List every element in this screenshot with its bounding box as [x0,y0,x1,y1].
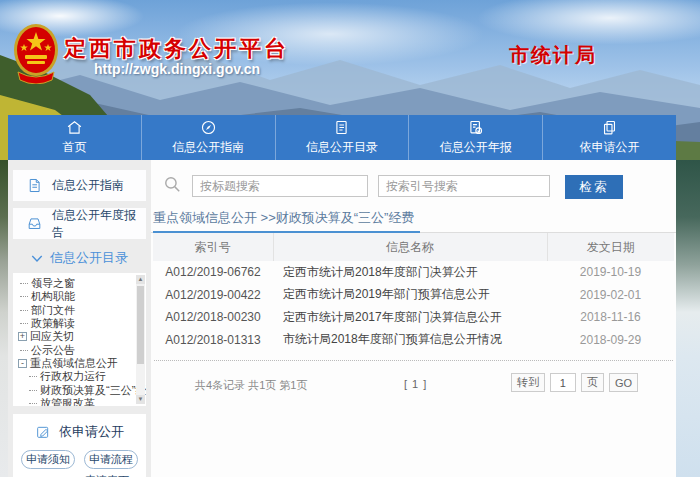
apply-process-button[interactable]: 申请流程 [84,450,138,469]
title-search-input[interactable] [192,175,368,197]
tree-item[interactable]: 领导之窗 [18,277,132,290]
tree-item[interactable]: 财政预决算及“三公”经 [18,383,132,396]
tree-connector [20,350,28,351]
go-button[interactable]: GO [609,373,638,392]
tree-connector [20,283,28,284]
home-icon [66,119,83,136]
nav-item-label: 信息公开年报 [440,139,512,156]
tree-scrollbar[interactable]: ▲ ▼ [136,275,145,404]
index-search-input[interactable] [378,175,550,197]
cell-index-no: A012/2018-01313 [153,329,273,352]
left-background-strip [0,160,8,477]
pencil-icon [35,424,51,440]
application-panel-header: 依申请公开 [13,423,146,441]
main-nav: 首页 信息公开指南 信息公开目录 信息公开年报 依申请公开 [8,115,676,160]
nav-item-application[interactable]: 依申请公开 [542,115,676,160]
nav-item-guide[interactable]: 信息公开指南 [141,115,275,160]
scroll-up-icon[interactable]: ▲ [136,275,145,284]
sidebar-item-annual-report[interactable]: 信息公开年度报告 [13,208,146,239]
sidebar-directory-label: 信息公开目录 [50,249,128,267]
tree-connector [20,323,28,324]
header-info-name: 信息名称 [273,233,547,261]
table-header-row: 索引号 信息名称 发文日期 [153,233,674,261]
main-content: 检索 重点领域信息公开 >>财政预决算及“三公”经费 索引号 信息名称 发文日期… [151,160,676,477]
tree-item[interactable]: 行政权力运行 [18,370,132,383]
tree-item-label: 放管服改革 [40,396,95,406]
tree-connector [29,376,37,377]
table-row: A012/2019-00422定西市统计局2019年部门预算信息公开2019-0… [153,284,674,307]
application-panel-title: 依申请公开 [59,423,124,441]
pagination: 共4条记录 共1页 第1页 [ 1 ] 转到 页 GO [151,373,676,395]
pagination-summary: 共4条记录 共1页 第1页 [195,378,307,393]
cell-index-no: A012/2019-06762 [153,261,273,284]
tree-item[interactable]: 机构职能 [18,290,132,303]
header-index-no: 索引号 [153,233,273,261]
chevron-down-icon [31,254,43,263]
tree-connector [29,403,37,404]
directory-tree: ▲ ▼ 领导之窗机构职能部门文件政策解读+回应关切公示公告-重点领域信息公开行政… [13,273,146,406]
document-icon [26,177,43,194]
copy-pages-icon [601,119,618,136]
table-row: A012/2018-00230定西市统计局2017年度部门决算信息公开2018-… [153,306,674,329]
records-table: 索引号 信息名称 发文日期 A012/2019-06762定西市统计局2018年… [153,233,674,351]
document-list-icon [333,119,350,136]
sidebar-directory-header[interactable]: 信息公开目录 [8,246,151,270]
sidebar-item-label: 信息公开年度报告 [52,207,146,241]
nav-item-annual-report[interactable]: 信息公开年报 [408,115,542,160]
nav-item-home[interactable]: 首页 [8,115,141,160]
record-link[interactable]: 市统计局2018年度部门预算信息公开情况 [273,329,547,352]
page-unit-label: 页 [581,373,604,392]
inbox-icon [26,215,43,232]
record-link[interactable]: 定西市统计局2019年部门预算信息公开 [273,284,547,307]
cell-index-no: A012/2019-00422 [153,284,273,307]
cell-date: 2019-10-19 [547,261,674,284]
scroll-down-icon[interactable]: ▼ [136,395,145,404]
records-table-body: A012/2019-06762定西市统计局2018年度部门决算公开2019-10… [153,261,674,351]
tree-connector [20,296,28,297]
tree-item[interactable]: -重点领域信息公开 [18,357,132,370]
collapse-icon[interactable]: - [18,359,27,368]
breadcrumb-bar: 重点领域信息公开 >>财政预决算及“三公”经费 [151,208,676,233]
department-name: 市统计局 [509,42,597,69]
scrollbar-thumb[interactable] [137,286,144,364]
application-buttons: 申请须知 申请流程 在线申请 申请表下载 [13,441,146,477]
national-emblem-logo [12,22,60,84]
compass-icon [200,119,217,136]
page-number-input[interactable] [550,373,576,392]
apply-notice-button[interactable]: 申请须知 [21,450,75,469]
nav-item-directory[interactable]: 信息公开目录 [275,115,409,160]
goto-label: 转到 [511,373,545,392]
tree-item[interactable]: 部门文件 [18,304,132,317]
tree-connector [29,390,37,391]
report-check-icon [467,119,484,136]
pagination-controls: 转到 页 GO [511,373,638,392]
nav-item-label: 依申请公开 [580,139,640,156]
tree-item[interactable]: 放管服改革 [18,397,132,406]
application-panel: 依申请公开 申请须知 申请流程 在线申请 申请表下载 [13,414,146,477]
table-row: A012/2018-01313市统计局2018年度部门预算信息公开情况2018-… [153,329,674,352]
site-url: http://zwgk.dingxi.gov.cn [94,61,260,77]
cell-date: 2018-11-16 [547,306,674,329]
sidebar: 信息公开指南 信息公开年度报告 信息公开目录 ▲ ▼ 领导之窗机构职能部门文件政… [8,160,151,477]
cell-index-no: A012/2018-00230 [153,306,273,329]
tree-item[interactable]: +回应关切 [18,330,132,343]
tree-connector [20,310,28,311]
cell-date: 2018-09-29 [547,329,674,352]
record-link[interactable]: 定西市统计局2017年度部门决算信息公开 [273,306,547,329]
breadcrumb[interactable]: 重点领域信息公开 >>财政预决算及“三公”经费 [153,209,420,233]
nav-item-label: 信息公开目录 [306,139,378,156]
sidebar-item-label: 信息公开指南 [52,177,124,194]
divider [154,360,673,361]
current-page-indicator[interactable]: [ 1 ] [404,378,427,390]
cell-date: 2019-02-01 [547,284,674,307]
search-button[interactable]: 检索 [565,175,623,199]
expand-icon[interactable]: + [18,332,27,341]
tree-item[interactable]: 公示公告 [18,343,132,356]
nav-item-label: 首页 [62,139,86,156]
tree-item[interactable]: 政策解读 [18,317,132,330]
sidebar-item-guide[interactable]: 信息公开指南 [13,170,146,201]
header-publish-date: 发文日期 [547,233,674,261]
nav-item-label: 信息公开指南 [172,139,244,156]
record-link[interactable]: 定西市统计局2018年度部门决算公开 [273,261,547,284]
site-title: 定西市政务公开平台 [64,34,289,64]
